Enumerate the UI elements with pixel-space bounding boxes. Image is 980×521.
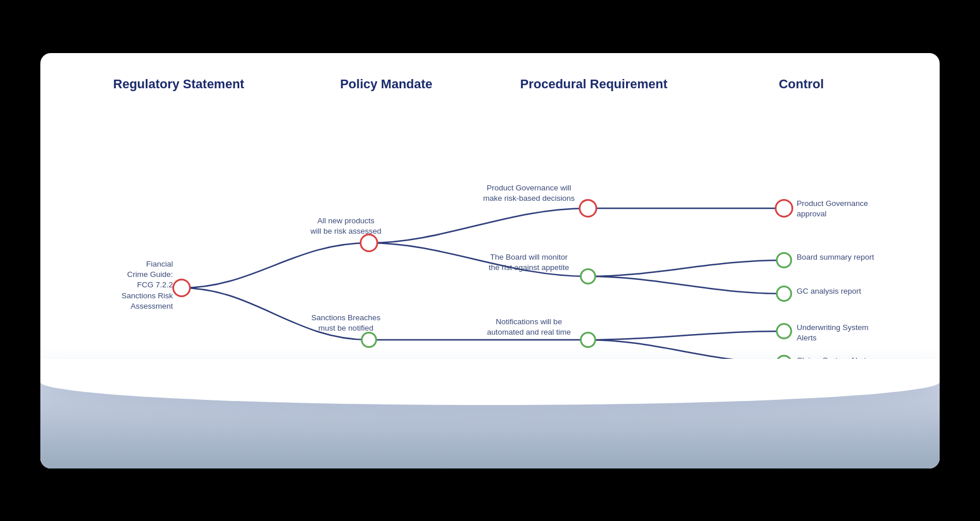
- col-header-control: Control: [779, 76, 824, 92]
- node-policy1: [360, 234, 378, 252]
- card-bottom-decoration: [40, 376, 940, 468]
- col-header-procedural: Procedural Requirement: [520, 76, 668, 92]
- node-ctrl3: [776, 286, 792, 302]
- node-proc2: [580, 268, 596, 284]
- node-regulatory: [172, 279, 191, 297]
- col-procedural: Procedural Requirement: [490, 76, 698, 98]
- node-proc3: [580, 332, 596, 348]
- node-policy2: [361, 332, 377, 348]
- node-ctrl4: [776, 323, 792, 339]
- col-regulatory: Regulatory Statement: [75, 76, 282, 98]
- node-ctrl1: [775, 199, 793, 218]
- col-header-regulatory: Regulatory Statement: [113, 76, 244, 92]
- col-policy: Policy Mandate: [282, 76, 490, 98]
- card-bottom-curve: [40, 359, 940, 405]
- column-headers: Regulatory Statement Policy Mandate Proc…: [75, 76, 905, 98]
- col-control: Control: [698, 76, 905, 98]
- node-proc1: [579, 199, 597, 218]
- main-card: Regulatory Statement Policy Mandate Proc…: [40, 53, 940, 468]
- col-header-policy: Policy Mandate: [340, 76, 432, 92]
- node-ctrl2: [776, 252, 792, 268]
